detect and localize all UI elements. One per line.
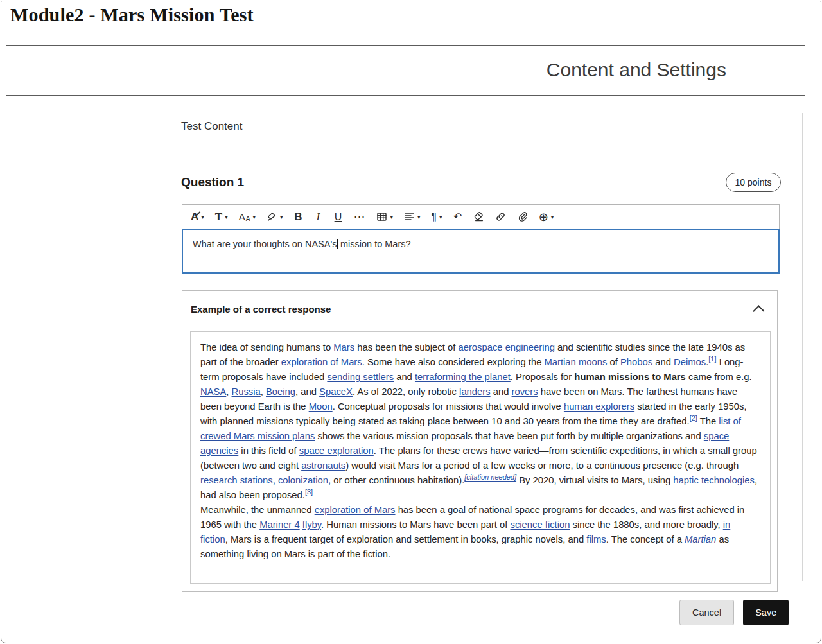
insert-table-button[interactable] bbox=[371, 205, 398, 228]
text-link[interactable]: sending settlers bbox=[327, 372, 394, 382]
example-response-title: Example of a correct response bbox=[191, 304, 331, 315]
text-link[interactable]: Martian moons bbox=[544, 357, 607, 367]
text-link[interactable]: human explorers bbox=[564, 401, 634, 412]
points-badge[interactable]: 10 points bbox=[726, 173, 781, 192]
font-typeface-button[interactable]: T bbox=[210, 205, 233, 228]
divider bbox=[6, 95, 805, 96]
text-link[interactable]: flyby bbox=[302, 519, 321, 530]
font-typeface-icon: T bbox=[215, 211, 222, 222]
panel-title: Content and Settings bbox=[547, 59, 726, 81]
table-icon bbox=[376, 211, 387, 222]
example-response-header[interactable]: Example of a correct response bbox=[182, 291, 777, 328]
question-text: What are your thoughts on NASA's bbox=[193, 239, 337, 249]
text-link[interactable]: Deimos bbox=[674, 357, 706, 367]
plus-circle-icon: ⊕ bbox=[539, 211, 548, 223]
eraser-icon bbox=[473, 211, 484, 222]
question-label: Question 1 bbox=[181, 175, 244, 189]
text-link[interactable]: exploration of Mars bbox=[281, 357, 362, 367]
example-paragraph: The idea of sending humans to Mars has b… bbox=[200, 340, 760, 503]
font-size-button[interactable]: A A bbox=[234, 205, 261, 228]
save-button[interactable]: Save bbox=[743, 600, 789, 625]
scrollbar[interactable] bbox=[802, 113, 803, 581]
highlight-color-button[interactable] bbox=[261, 205, 288, 228]
text-link[interactable]: exploration of Mars bbox=[315, 505, 396, 515]
text-color-button[interactable]: A bbox=[186, 205, 209, 228]
divider bbox=[6, 45, 805, 46]
pencil-icon bbox=[195, 209, 202, 216]
align-left-icon bbox=[404, 211, 415, 222]
reference-link[interactable]: [2] bbox=[690, 414, 697, 422]
text-link[interactable]: research stations bbox=[200, 475, 273, 485]
test-editor-page: Module2 - Mars Mission Test Content and … bbox=[0, 0, 822, 644]
highlight-pen-icon bbox=[267, 211, 277, 222]
link-icon bbox=[495, 211, 506, 222]
reference-link[interactable]: [1] bbox=[708, 355, 716, 363]
text-link[interactable]: films bbox=[586, 534, 606, 544]
text-link[interactable]: Russia bbox=[232, 387, 261, 397]
text-link[interactable]: Mars bbox=[333, 342, 354, 352]
content-section-label: Test Content bbox=[181, 120, 242, 133]
text-link[interactable]: landers bbox=[459, 387, 491, 397]
example-paragraph: Meanwhile, the unmanned exploration of M… bbox=[200, 503, 760, 562]
chevron-up-icon[interactable] bbox=[753, 305, 764, 317]
text-link[interactable]: Martian bbox=[685, 534, 716, 544]
text-link[interactable]: list of crewed Mars mission plans bbox=[200, 416, 741, 441]
bold-button[interactable]: B bbox=[288, 205, 308, 228]
text-link[interactable]: Boeing bbox=[266, 387, 295, 397]
paragraph-format-button[interactable]: ¶ bbox=[426, 205, 448, 228]
more-formatting-button[interactable]: ⋯ bbox=[348, 205, 371, 228]
text-link[interactable]: astronauts bbox=[301, 460, 345, 471]
underline-icon: U bbox=[335, 212, 342, 222]
undo-button[interactable]: ↶ bbox=[448, 205, 468, 228]
footer-actions: Cancel Save bbox=[679, 600, 789, 625]
text-link[interactable]: space exploration bbox=[299, 446, 374, 456]
page-title: Module2 - Mars Mission Test bbox=[10, 4, 254, 26]
font-size-icon: A bbox=[239, 212, 245, 222]
italic-icon: I bbox=[317, 211, 320, 222]
text-link[interactable]: aerospace engineering bbox=[458, 342, 555, 352]
text-link[interactable]: terraforming the planet bbox=[415, 372, 511, 382]
reference-link[interactable]: [3] bbox=[305, 488, 313, 496]
bold-text: human missions to Mars bbox=[574, 372, 686, 382]
example-response-panel: Example of a correct response The idea o… bbox=[182, 290, 778, 592]
font-size-icon-small: A bbox=[246, 216, 250, 222]
question-text-editor[interactable]: What are your thoughts on NASA's mission… bbox=[182, 229, 780, 274]
undo-icon: ↶ bbox=[453, 212, 462, 222]
more-options-icon: ⋯ bbox=[353, 211, 365, 223]
underline-button[interactable]: U bbox=[328, 205, 347, 228]
text-link[interactable]: NASA bbox=[200, 387, 226, 397]
italic-button[interactable]: I bbox=[308, 205, 328, 228]
citation-needed-link[interactable]: [citation needed] bbox=[464, 473, 516, 481]
clear-formatting-button[interactable] bbox=[468, 205, 489, 228]
question-text-after: mission to Mars? bbox=[338, 239, 411, 249]
editor-toolbar: A T A A B I U ⋯ bbox=[182, 204, 780, 229]
text-link[interactable]: colonization bbox=[278, 475, 328, 485]
text-link[interactable]: haptic technologies bbox=[673, 475, 755, 485]
insert-content-button[interactable]: ⊕ bbox=[534, 205, 559, 228]
text-link[interactable]: SpaceX bbox=[319, 387, 353, 397]
text-link[interactable]: rovers bbox=[512, 387, 538, 397]
text-align-button[interactable] bbox=[399, 205, 426, 228]
insert-link-button[interactable] bbox=[490, 205, 511, 228]
text-link[interactable]: science fiction bbox=[511, 519, 570, 530]
example-response-text[interactable]: The idea of sending humans to Mars has b… bbox=[190, 331, 771, 584]
text-link[interactable]: Moon bbox=[309, 401, 333, 412]
text-link[interactable]: Mariner 4 bbox=[259, 519, 300, 530]
bold-icon: B bbox=[294, 211, 302, 222]
cancel-button[interactable]: Cancel bbox=[679, 600, 734, 625]
attach-file-button[interactable] bbox=[512, 205, 533, 228]
paperclip-icon bbox=[517, 211, 528, 222]
paragraph-icon: ¶ bbox=[432, 212, 437, 222]
text-link[interactable]: Phobos bbox=[620, 357, 652, 367]
